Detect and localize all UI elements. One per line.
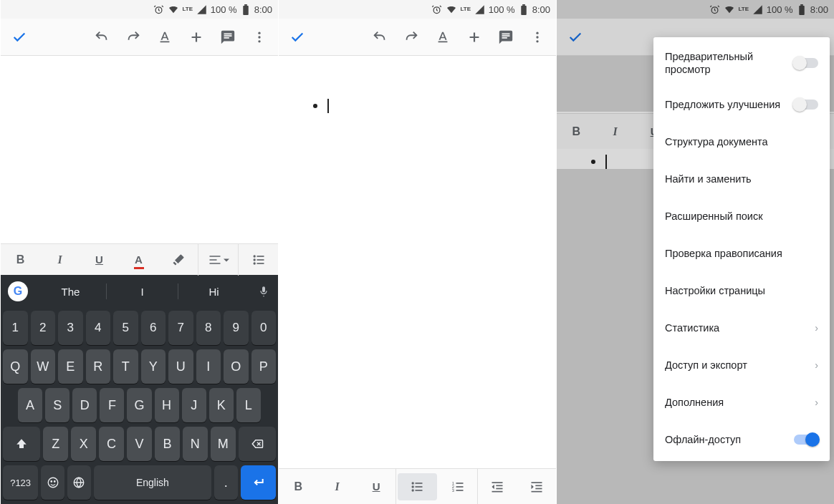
key-7[interactable]: 7 [168, 311, 193, 345]
key-6[interactable]: 6 [141, 311, 166, 345]
indent-button[interactable] [517, 469, 556, 504]
menu-stats[interactable]: Статистика › [653, 309, 830, 346]
underline-button[interactable]: U [357, 469, 396, 504]
redo-button[interactable] [396, 21, 427, 53]
overflow-button[interactable] [244, 21, 275, 53]
comment-button[interactable] [490, 21, 522, 53]
key-r[interactable]: R [86, 349, 111, 384]
menu-addons[interactable]: Дополнения › [653, 384, 830, 421]
key-n[interactable]: N [183, 427, 208, 461]
key-3[interactable]: 3 [58, 311, 83, 345]
key-l[interactable]: L [236, 388, 261, 422]
insert-button[interactable] [181, 21, 212, 53]
key-d[interactable]: D [72, 388, 97, 422]
key-5[interactable]: 5 [113, 311, 138, 345]
menu-page-setup[interactable]: Настройки страницы [653, 272, 830, 309]
key-globe[interactable] [67, 465, 91, 500]
document-area[interactable] [1, 56, 278, 252]
key-a[interactable]: A [18, 388, 42, 422]
key-o[interactable]: O [224, 349, 249, 384]
underline-button[interactable]: U [80, 244, 119, 276]
key-m[interactable]: M [211, 427, 236, 461]
menu-suggest[interactable]: Предложить улучшения [653, 86, 830, 123]
menu-share-export[interactable]: Доступ и экспорт › [653, 346, 830, 384]
suggestion-1[interactable]: The [35, 286, 106, 298]
mic-icon[interactable] [249, 286, 278, 297]
key-c[interactable]: C [99, 427, 124, 461]
key-g[interactable]: G [127, 388, 151, 422]
key-w[interactable]: W [31, 349, 56, 384]
menu-outline[interactable]: Структура документа [653, 123, 830, 160]
google-icon[interactable]: G [8, 281, 28, 301]
text-format-button[interactable] [427, 21, 459, 53]
bullet-list-button[interactable] [398, 473, 436, 500]
key-t[interactable]: T [113, 349, 138, 384]
menu-find-replace[interactable]: Найти и заменить [653, 160, 830, 198]
lte-icon: LTE [182, 4, 193, 15]
bold-button[interactable]: B [279, 469, 317, 504]
key-x[interactable]: X [71, 427, 96, 461]
key-p[interactable]: P [251, 349, 277, 384]
menu-spellcheck[interactable]: Проверка правописания [653, 235, 830, 272]
key-b[interactable]: B [155, 427, 180, 461]
key-u[interactable]: U [168, 349, 193, 384]
bold-button[interactable]: B [1, 244, 40, 276]
italic-button[interactable]: I [317, 469, 356, 504]
toggle-off-icon[interactable] [794, 58, 818, 68]
key-space[interactable]: English [94, 465, 211, 500]
key-period[interactable]: . [214, 465, 238, 500]
key-z[interactable]: Z [43, 427, 68, 461]
key-h[interactable]: H [155, 388, 179, 422]
highlight-button[interactable] [158, 244, 198, 276]
numbered-list-button[interactable]: 123 [438, 469, 477, 504]
undo-button[interactable] [86, 21, 118, 53]
key-1[interactable]: 1 [3, 311, 28, 345]
suggestion-2[interactable]: I [107, 286, 178, 298]
italic-button[interactable]: I [40, 244, 80, 276]
key-9[interactable]: 9 [224, 311, 249, 345]
suggestion-3[interactable]: Hi [178, 286, 249, 298]
signal-icon [196, 4, 208, 15]
key-e[interactable]: E [58, 349, 83, 384]
menu-preview[interactable]: Предварительный просмотр [653, 40, 830, 86]
key-s[interactable]: S [45, 388, 70, 422]
key-symbols[interactable]: ?123 [3, 465, 38, 500]
done-button[interactable] [4, 21, 35, 53]
text-format-button[interactable] [149, 21, 181, 53]
key-j[interactable]: J [182, 388, 206, 422]
overflow-button[interactable] [522, 21, 553, 53]
key-0[interactable]: 0 [251, 311, 277, 345]
key-enter[interactable] [241, 465, 276, 500]
undo-button[interactable] [364, 21, 396, 53]
key-2[interactable]: 2 [31, 311, 56, 345]
key-8[interactable]: 8 [196, 311, 221, 345]
key-k[interactable]: K [209, 388, 234, 422]
key-shift[interactable] [3, 427, 40, 461]
key-y[interactable]: Y [141, 349, 166, 384]
menu-offline[interactable]: Офлайн-доступ [653, 421, 830, 458]
menu-advanced-search[interactable]: Расширенный поиск [653, 198, 830, 235]
bullet-list-button[interactable] [239, 244, 278, 276]
key-emoji[interactable] [41, 465, 64, 500]
key-4[interactable]: 4 [86, 311, 111, 345]
lte-icon: LTE [460, 4, 471, 15]
done-button[interactable] [282, 21, 313, 53]
svg-point-23 [412, 485, 414, 488]
svg-rect-10 [257, 259, 264, 261]
comment-button[interactable] [212, 21, 244, 53]
insert-button[interactable] [459, 21, 490, 53]
key-backspace[interactable] [239, 427, 276, 461]
key-f[interactable]: F [100, 388, 124, 422]
outdent-button[interactable] [478, 469, 517, 504]
align-button[interactable] [198, 244, 238, 276]
redo-button[interactable] [118, 21, 149, 53]
key-i[interactable]: I [196, 349, 221, 384]
toggle-on-icon[interactable] [794, 435, 818, 445]
text-color-button[interactable]: A [119, 244, 158, 276]
toggle-off-icon[interactable] [794, 100, 818, 110]
svg-point-14 [54, 481, 55, 483]
key-q[interactable]: Q [3, 349, 28, 384]
svg-rect-31 [456, 483, 463, 484]
key-v[interactable]: V [127, 427, 152, 461]
document-area[interactable] [279, 56, 556, 468]
